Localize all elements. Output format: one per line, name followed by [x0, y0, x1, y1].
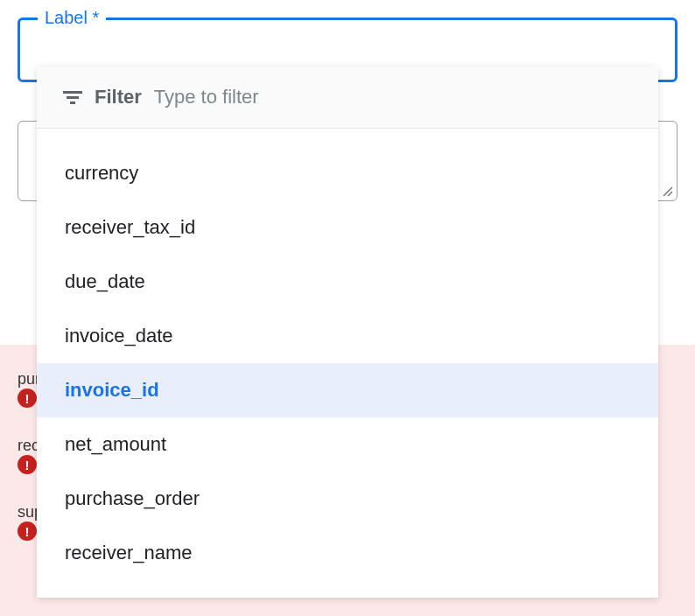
- dropdown-item-net-amount[interactable]: net_amount: [37, 417, 658, 472]
- dropdown-item-currency[interactable]: currency: [37, 146, 658, 200]
- error-icon: !: [18, 455, 37, 474]
- dropdown-item-invoice-id[interactable]: invoice_id: [37, 363, 658, 417]
- filter-row[interactable]: Filter Type to filter: [37, 66, 658, 129]
- dropdown-item-invoice-date[interactable]: invoice_date: [37, 309, 658, 363]
- dropdown-item-receiver-name[interactable]: receiver_name: [37, 526, 658, 580]
- dropdown-list: currency receiver_tax_id due_date invoic…: [37, 129, 658, 598]
- error-icon: !: [18, 522, 37, 541]
- label-dropdown: Filter Type to filter currency receiver_…: [37, 66, 658, 598]
- dropdown-item-receiver-tax-id[interactable]: receiver_tax_id: [37, 200, 658, 255]
- filter-placeholder: Type to filter: [154, 86, 259, 108]
- filter-icon: [63, 88, 82, 106]
- error-icon: !: [18, 388, 37, 408]
- svg-line-0: [663, 187, 672, 196]
- dropdown-item-purchase-order[interactable]: purchase_order: [37, 472, 658, 526]
- svg-line-1: [668, 192, 672, 196]
- filter-label: Filter: [95, 86, 142, 108]
- label-field-label: Label *: [38, 8, 106, 28]
- resize-handle-icon[interactable]: [662, 186, 674, 198]
- dropdown-item-due-date[interactable]: due_date: [37, 255, 658, 309]
